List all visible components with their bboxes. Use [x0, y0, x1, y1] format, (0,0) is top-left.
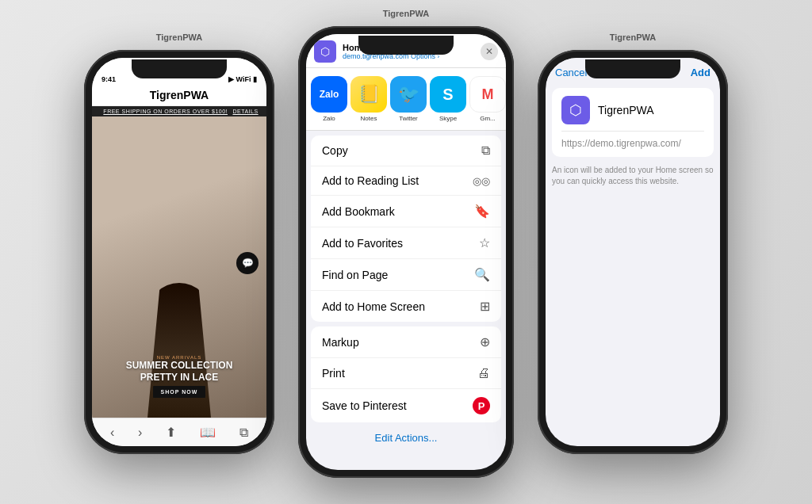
back-icon[interactable]: ‹	[110, 426, 114, 440]
left-status-bar: 9:41 ▶ WiFi ▮	[92, 58, 266, 86]
app-item-skype[interactable]: S Skype	[430, 76, 466, 122]
mid-menu-1: Copy ⧉ Add to Reading List ◎◎ Add Bookma…	[311, 136, 501, 322]
print-label: Print	[322, 367, 345, 380]
pinterest-label: Save to Pinterest	[322, 399, 407, 412]
copy-menu-item[interactable]: Copy ⧉	[311, 136, 501, 166]
mid-app-row: Zalo Zalo 📒 Notes 🐦 Twitter S Skype M Gm…	[306, 68, 506, 131]
app-item-gmail[interactable]: M Gm...	[469, 76, 506, 122]
print-menu-item[interactable]: Print 🖨	[311, 358, 501, 389]
gmail-icon: M	[469, 76, 506, 113]
find-on-page-label: Find on Page	[322, 269, 388, 281]
notes-label: Notes	[361, 115, 377, 122]
app-name-input[interactable]	[598, 104, 720, 116]
left-phone-screen: 9:41 ▶ WiFi ▮ TigrenPWA FREE SHIPPING ON…	[92, 58, 266, 446]
mid-options-btn[interactable]: Options	[411, 52, 435, 60]
add-to-home-title: Add to Home	[604, 66, 673, 78]
skype-label: Skype	[439, 115, 457, 122]
markup-menu-item[interactable]: Markup ⊕	[311, 326, 501, 358]
favorites-icon: ☆	[479, 235, 490, 250]
mid-site-url: demo.tigrenpwa.com Options ›	[343, 52, 474, 60]
twitter-icon: 🐦	[390, 76, 427, 113]
copy-icon: ⧉	[481, 143, 490, 158]
right-icon-row: ⬡ ✕	[561, 96, 704, 124]
left-status-icons: ▶ WiFi ▮	[228, 75, 257, 83]
hero-chat-bubble[interactable]: 💬	[236, 252, 259, 274]
hero-text: NEW ARRIVALS SUMMER COLLECTION PRETTY IN…	[92, 355, 266, 398]
add-button[interactable]: Add	[691, 67, 710, 78]
markup-icon: ⊕	[480, 334, 490, 349]
gmail-label: Gm...	[480, 115, 496, 122]
find-on-page-menu-item[interactable]: Find on Page 🔍	[311, 259, 501, 291]
mid-phone-label: TigrenPWA	[383, 9, 429, 18]
app-item-zalo[interactable]: Zalo Zalo	[311, 76, 347, 122]
right-app-icon: ⬡	[561, 96, 590, 124]
mid-site-info: Home Page – English demo.tigrenpwa.com O…	[343, 43, 474, 60]
twitter-label: Twitter	[399, 115, 418, 122]
mid-menu-2: Markup ⊕ Print 🖨 Save to Pinterest P	[311, 326, 501, 422]
print-icon: 🖨	[477, 366, 490, 380]
forward-icon[interactable]: ›	[138, 426, 142, 440]
zalo-label: Zalo	[323, 115, 335, 122]
left-phone-label: TigrenPWA	[156, 32, 202, 42]
find-icon: 🔍	[474, 267, 490, 282]
bookmark-label: Add Bookmark	[322, 205, 395, 218]
left-nav-bar: TigrenPWA	[92, 86, 266, 106]
add-home-screen-label: Add to Home Screen	[322, 300, 425, 313]
add-home-screen-menu-item[interactable]: Add to Home Screen ⊞	[311, 291, 501, 322]
left-time: 9:41	[102, 75, 116, 83]
card-divider	[561, 131, 704, 132]
add-home-screen-icon: ⊞	[480, 299, 490, 314]
right-nav: Cancel Add to Home Add	[546, 58, 720, 83]
right-phone-label: TigrenPWA	[610, 32, 656, 42]
left-banner: FREE SHIPPING ON ORDERS OVER $100! DETAI…	[92, 106, 266, 116]
skype-icon: S	[430, 76, 466, 113]
favorites-menu-item[interactable]: Add to Favorites ☆	[311, 227, 501, 259]
reading-list-label: Add to Reading List	[322, 174, 419, 187]
bookmark-icon: 🔖	[474, 204, 490, 219]
add-to-home-hint: An icon will be added to your Home scree…	[552, 165, 714, 187]
markup-label: Markup	[322, 336, 359, 349]
mid-top-bar: ⬡ Home Page – English demo.tigrenpwa.com…	[306, 34, 506, 68]
mid-phone: TigrenPWA ⬡ Home Page – English demo.tig…	[298, 26, 514, 478]
right-phone: TigrenPWA Cancel Add to Home Add ⬡ ✕ htt…	[538, 50, 728, 454]
mid-close-btn[interactable]: ✕	[481, 43, 498, 60]
mid-site-name: Home Page – English	[343, 43, 474, 52]
tabs-icon[interactable]: ⧉	[239, 426, 248, 440]
mid-app-icon: ⬡	[314, 40, 336, 63]
reading-list-icon: ◎◎	[473, 175, 490, 187]
zalo-icon: Zalo	[311, 76, 347, 113]
app-item-twitter[interactable]: 🐦 Twitter	[390, 76, 427, 122]
share-icon[interactable]: ⬆	[166, 425, 176, 440]
reading-list-menu-item[interactable]: Add to Reading List ◎◎	[311, 166, 501, 196]
left-bottom-bar: ‹ › ⬆ 📖 ⧉	[92, 418, 266, 446]
hero-collection: SUMMER COLLECTION PRETTY IN LACE	[92, 360, 266, 383]
mid-phone-screen: ⬡ Home Page – English demo.tigrenpwa.com…	[306, 34, 506, 470]
hero-shop-btn[interactable]: SHOP NOW	[153, 386, 206, 398]
notes-icon: 📒	[350, 76, 387, 113]
copy-label: Copy	[322, 144, 348, 157]
cancel-button[interactable]: Cancel	[555, 67, 587, 78]
left-hero: 💬 NEW ARRIVALS SUMMER COLLECTION PRETTY …	[92, 116, 266, 418]
pinterest-menu-item[interactable]: Save to Pinterest P	[311, 389, 501, 422]
bookmark-menu-item[interactable]: Add Bookmark 🔖	[311, 196, 501, 227]
app-item-notes[interactable]: 📒 Notes	[350, 76, 387, 122]
app-url: https://demo.tigrenpwa.com/	[561, 138, 704, 149]
favorites-label: Add to Favorites	[322, 237, 403, 250]
bookmarks-icon[interactable]: 📖	[200, 425, 216, 440]
edit-actions-btn[interactable]: Edit Actions...	[306, 427, 506, 449]
right-card: ⬡ ✕ https://demo.tigrenpwa.com/	[552, 88, 714, 157]
pinterest-icon: P	[473, 397, 490, 414]
left-phone: TigrenPWA 9:41 ▶ WiFi ▮ TigrenPWA FREE S…	[84, 50, 274, 454]
left-site-title: TigrenPWA	[150, 89, 209, 101]
right-phone-screen: Cancel Add to Home Add ⬡ ✕ https://demo.…	[546, 58, 720, 446]
